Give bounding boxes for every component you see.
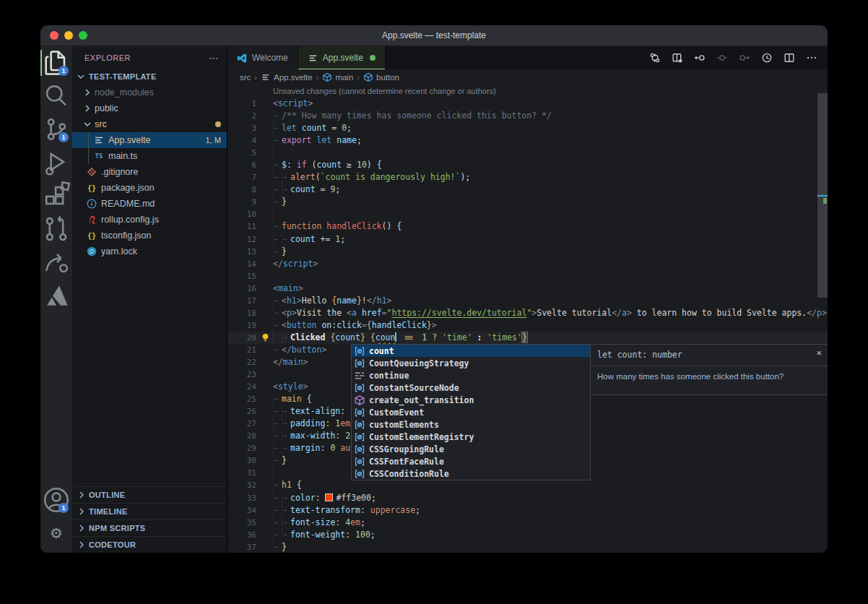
code-line-6[interactable]: 6→$: if (count ≥ 10) { xyxy=(227,159,828,171)
tree-item-node-modules[interactable]: node_modules xyxy=(72,85,227,100)
code-line-14[interactable]: 14</script> xyxy=(227,258,828,270)
breadcrumb-main[interactable]: main xyxy=(322,72,353,82)
symbol-variable-icon xyxy=(354,444,365,455)
json-file-icon: {} xyxy=(86,230,97,241)
sidebar-section-codetour[interactable]: CODETOUR xyxy=(72,536,227,553)
more-actions-icon[interactable] xyxy=(806,52,817,64)
lightbulb-icon[interactable] xyxy=(261,333,270,342)
tree-item-package-json[interactable]: {}package.json xyxy=(72,180,227,196)
close-icon[interactable]: ✕ xyxy=(817,348,822,357)
code-line-5[interactable]: 5 xyxy=(227,147,828,159)
code-line-12[interactable]: 12→→count += 1; xyxy=(227,233,828,246)
open-changes-icon[interactable] xyxy=(672,52,683,64)
line-number: 16 xyxy=(227,282,256,295)
line-number: 26 xyxy=(227,405,256,418)
code-line-13[interactable]: 13→} xyxy=(227,246,828,258)
split-editor-icon[interactable] xyxy=(784,52,795,64)
code-line-4[interactable]: 4→export let name; xyxy=(227,134,828,147)
suggest-item-cssconditionrule[interactable]: CSSConditionRule xyxy=(352,467,590,480)
activity-source-control-icon[interactable]: 1 xyxy=(40,113,72,146)
code-line-17[interactable]: 17→<h1>Hello {name}!</h1> xyxy=(227,295,828,307)
activity-github-pull-requests-icon[interactable] xyxy=(40,212,72,246)
suggest-item-customelements[interactable]: customElements xyxy=(352,418,590,431)
code-line-20[interactable]: 20→Clicked {count} {coun ≡ 1 ? 'time' : … xyxy=(227,332,828,344)
symbol-variable-icon xyxy=(354,345,365,357)
next-change-icon[interactable] xyxy=(739,52,750,64)
git-status-badge: 1, M xyxy=(206,136,221,144)
suggest-item-cssgroupingrule[interactable]: CSSGroupingRule xyxy=(352,443,590,455)
tree-item-public[interactable]: public xyxy=(72,100,227,116)
code-line-15[interactable]: 15 xyxy=(227,270,828,282)
zoom-window-button[interactable] xyxy=(79,31,87,40)
breadcrumb-button[interactable]: button xyxy=(363,72,399,82)
explorer-more-actions-icon[interactable]: ⋯ xyxy=(209,52,220,64)
suggest-item-customelementregistry[interactable]: CustomElementRegistry xyxy=(352,431,590,443)
line-number: 15 xyxy=(227,270,256,282)
current-change-icon[interactable] xyxy=(716,52,728,64)
line-number: 20 xyxy=(227,332,256,344)
suggest-widget: countCountQueuingStrategycontinueConstan… xyxy=(351,344,591,480)
code-line-35[interactable]: 35→→font-size: 4em; xyxy=(227,517,828,529)
breadcrumb-app-svelte[interactable]: App.svelte xyxy=(261,72,313,82)
gitlens-annotation: Unsaved changes (cannot determine recent… xyxy=(227,85,828,98)
rollup-file-icon xyxy=(86,214,97,225)
color-swatch[interactable] xyxy=(325,493,333,501)
code-line-36[interactable]: 36→→font-weight: 100; xyxy=(227,529,828,541)
suggest-item-create_out_transition[interactable]: create_out_transition xyxy=(352,394,590,406)
compare-changes-icon[interactable] xyxy=(649,52,661,64)
tree-item-tsconfig-json[interactable]: {}tsconfig.json xyxy=(72,228,227,243)
suggest-item-customevent[interactable]: CustomEvent xyxy=(352,406,590,418)
close-window-button[interactable] xyxy=(50,31,58,40)
sidebar-title: EXPLORER xyxy=(84,53,131,62)
tab-welcome[interactable]: Welcome xyxy=(227,46,298,69)
activity-settings-icon[interactable]: ⚙ xyxy=(40,517,72,550)
code-line-3[interactable]: 3→let count = 0; xyxy=(227,122,828,134)
open-timeline-icon[interactable] xyxy=(761,52,773,64)
code-line-34[interactable]: 34→→text-transform: uppercase; xyxy=(227,504,828,517)
sidebar-section-npm-scripts[interactable]: NPM SCRIPTS xyxy=(72,519,227,536)
tree-item--gitignore[interactable]: .gitignore xyxy=(72,164,227,180)
code-line-33[interactable]: 33→→color: #ff3e00; xyxy=(227,492,828,504)
tree-item-app-svelte[interactable]: App.svelte1, M xyxy=(72,132,227,148)
tab-app-svelte[interactable]: App.svelte xyxy=(298,46,386,69)
code-line-11[interactable]: 11→function handleClick() { xyxy=(227,220,828,233)
suggest-item-countqueuingstrategy[interactable]: CountQueuingStrategy xyxy=(352,357,590,369)
code-line-7[interactable]: 7→→alert(`count is dangerously high!`); xyxy=(227,171,828,184)
code-line-16[interactable]: 16<main> xyxy=(227,282,828,295)
sidebar-section-outline[interactable]: OUTLINE xyxy=(72,486,227,503)
symbol-variable-icon xyxy=(354,456,365,467)
activity-live-share-icon[interactable] xyxy=(40,246,72,279)
code-line-1[interactable]: 1<script> xyxy=(227,98,828,110)
previous-change-icon[interactable] xyxy=(694,52,706,64)
suggest-item-continue[interactable]: continue xyxy=(352,369,590,381)
activity-explorer-icon[interactable]: 1 xyxy=(40,46,72,79)
line-number: 12 xyxy=(227,233,256,246)
breadcrumb-src[interactable]: src xyxy=(240,73,251,82)
activity-azure-icon[interactable] xyxy=(40,279,72,312)
minimize-window-button[interactable] xyxy=(64,31,73,40)
code-line-8[interactable]: 8→→count = 9; xyxy=(227,184,828,196)
tree-item-main-ts[interactable]: TSmain.ts xyxy=(72,148,227,164)
code-editor[interactable]: Unsaved changes (cannot determine recent… xyxy=(227,85,828,553)
tree-item-readme-md[interactable]: README.md xyxy=(72,196,227,212)
suggest-item-count[interactable]: count xyxy=(352,345,590,357)
tree-item-rollup-config-js[interactable]: rollup.config.js xyxy=(72,212,227,228)
code-line-9[interactable]: 9→} xyxy=(227,196,828,208)
code-line-37[interactable]: 37→} xyxy=(227,541,828,553)
tree-item-src[interactable]: src xyxy=(72,116,227,132)
activity-run-and-debug-icon[interactable] xyxy=(40,146,72,179)
json-file-icon: {} xyxy=(86,182,97,194)
tree-root-test-template[interactable]: TEST-TEMPLATE xyxy=(72,69,227,85)
suggest-item-cssfontfacerule[interactable]: CSSFontFaceRule xyxy=(352,455,590,467)
activity-search-icon[interactable] xyxy=(40,79,72,113)
code-line-2[interactable]: 2→/** How many times has someone clicked… xyxy=(227,110,828,122)
code-line-32[interactable]: 32→h1 { xyxy=(227,479,828,491)
code-line-19[interactable]: 19→<button on:click={handleClick}> xyxy=(227,319,828,332)
activity-extensions-icon[interactable] xyxy=(40,179,72,212)
tree-item-yarn-lock[interactable]: yarn.lock xyxy=(72,243,227,259)
suggest-item-constantsourcenode[interactable]: ConstantSourceNode xyxy=(352,381,590,394)
code-line-10[interactable]: 10 xyxy=(227,208,828,220)
sidebar-section-timeline[interactable]: TIMELINE xyxy=(72,503,227,519)
code-line-18[interactable]: 18→<p>Visit the <a href="https://svelte.… xyxy=(227,307,828,319)
activity-accounts-icon[interactable]: 1 xyxy=(40,483,72,517)
